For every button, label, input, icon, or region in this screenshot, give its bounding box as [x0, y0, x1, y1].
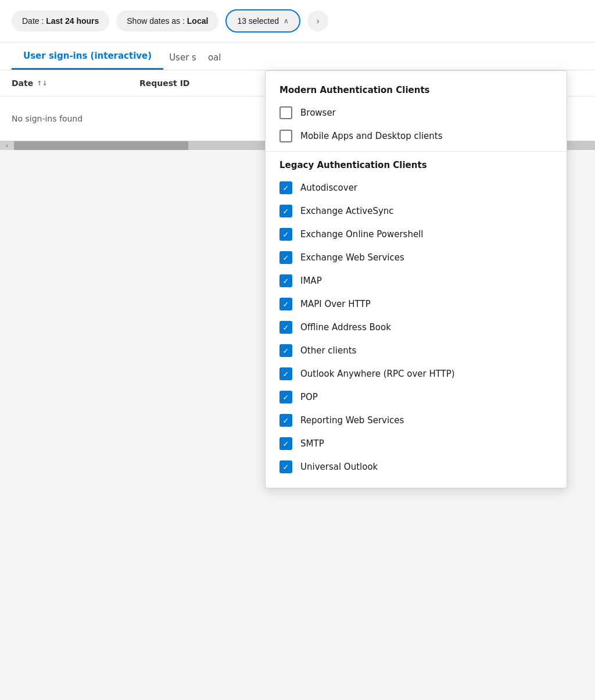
label-reporting-web-services: Reporting Web Services	[300, 415, 404, 426]
tab-interactive-label: User sign-ins (interactive)	[23, 51, 152, 61]
client-filter-dropdown: Modern Authentication Clients Browser Mo…	[265, 70, 567, 488]
dropdown-item-pop[interactable]: ✓ POP	[266, 385, 567, 409]
date-column-label: Date	[12, 78, 33, 88]
dropdown-item-outlook-anywhere[interactable]: ✓ Outlook Anywhere (RPC over HTTP)	[266, 362, 567, 385]
checkbox-universal-outlook[interactable]: ✓	[279, 460, 292, 473]
checkbox-mobile-apps[interactable]	[279, 130, 292, 142]
checkbox-browser[interactable]	[279, 106, 292, 119]
dropdown-item-smtp[interactable]: ✓ SMTP	[266, 432, 567, 455]
checkbox-offline-address-book[interactable]: ✓	[279, 321, 292, 334]
empty-state-message: No sign-ins found	[12, 114, 83, 123]
dropdown-item-exchange-activesync[interactable]: ✓ Exchange ActiveSync	[266, 199, 567, 223]
label-exchange-web-services: Exchange Web Services	[300, 252, 404, 263]
date-value: Last 24 hours	[46, 16, 99, 26]
dropdown-item-other-clients[interactable]: ✓ Other clients	[266, 339, 567, 362]
label-mobile-apps: Mobile Apps and Desktop clients	[300, 131, 443, 141]
dropdown-item-offline-address-book[interactable]: ✓ Offline Address Book	[266, 316, 567, 339]
label-offline-address-book: Offline Address Book	[300, 322, 391, 333]
checkbox-smtp[interactable]: ✓	[279, 437, 292, 450]
date-label: Date :	[22, 16, 46, 26]
tab-non-interactive[interactable]: User s	[163, 44, 202, 70]
checkbox-exchange-activesync[interactable]: ✓	[279, 205, 292, 217]
dropdown-item-universal-outlook[interactable]: ✓ Universal Outlook	[266, 455, 567, 478]
checkbox-mapi-over-http[interactable]: ✓	[279, 298, 292, 310]
tab-other-label: oal	[208, 52, 221, 63]
label-universal-outlook: Universal Outlook	[300, 462, 378, 472]
tab-other[interactable]: oal	[202, 44, 227, 70]
dropdown-item-exchange-web-services[interactable]: ✓ Exchange Web Services	[266, 246, 567, 269]
show-dates-pill[interactable]: Show dates as : Local	[116, 10, 218, 31]
checkbox-reporting-web-services[interactable]: ✓	[279, 414, 292, 427]
checkbox-outlook-anywhere[interactable]: ✓	[279, 367, 292, 380]
dropdown-item-autodiscover[interactable]: ✓ Autodiscover	[266, 176, 567, 199]
dropdown-item-browser[interactable]: Browser	[266, 101, 567, 124]
label-imap: IMAP	[300, 276, 322, 286]
tab-non-interactive-label: User s	[169, 52, 196, 63]
tab-bar: User sign-ins (interactive) User s oal	[0, 42, 595, 70]
dropdown-item-exchange-online-powershell[interactable]: ✓ Exchange Online Powershell	[266, 223, 567, 246]
request-id-column-label: Request ID	[139, 78, 190, 88]
label-other-clients: Other clients	[300, 345, 356, 356]
checkbox-imap[interactable]: ✓	[279, 274, 292, 287]
selected-count-pill[interactable]: 13 selected ∧	[225, 9, 300, 33]
label-pop: POP	[300, 392, 318, 402]
date-filter-pill[interactable]: Date : Last 24 hours	[12, 10, 109, 31]
selected-count-text: 13 selected	[237, 16, 279, 26]
show-dates-label: Show dates as :	[127, 16, 187, 26]
main-content: Date ↑↓ Request ID No sign-ins found ‹ M…	[0, 70, 595, 150]
arrow-right-button[interactable]: ›	[307, 10, 328, 31]
dropdown-item-imap[interactable]: ✓ IMAP	[266, 269, 567, 292]
label-smtp: SMTP	[300, 438, 324, 449]
checkbox-exchange-web-services[interactable]: ✓	[279, 251, 292, 264]
dropdown-item-reporting-web-services[interactable]: ✓ Reporting Web Services	[266, 409, 567, 432]
label-mapi-over-http: MAPI Over HTTP	[300, 299, 371, 309]
arrow-right-icon: ›	[317, 16, 320, 26]
label-browser: Browser	[300, 108, 336, 118]
dropdown-item-mobile-apps[interactable]: Mobile Apps and Desktop clients	[266, 124, 567, 148]
scroll-left-button[interactable]: ‹	[0, 141, 14, 150]
checkbox-exchange-online-powershell[interactable]: ✓	[279, 228, 292, 241]
sort-icon[interactable]: ↑↓	[37, 80, 47, 87]
scroll-thumb[interactable]	[14, 141, 188, 150]
checkbox-autodiscover[interactable]: ✓	[279, 181, 292, 194]
column-date: Date ↑↓	[12, 78, 139, 88]
show-dates-value: Local	[187, 16, 209, 26]
label-exchange-activesync: Exchange ActiveSync	[300, 206, 394, 216]
chevron-up-icon: ∧	[284, 17, 289, 25]
checkbox-other-clients[interactable]: ✓	[279, 344, 292, 357]
label-exchange-online-powershell: Exchange Online Powershell	[300, 229, 423, 240]
modern-auth-section-header: Modern Authentication Clients	[266, 80, 567, 101]
legacy-auth-section-header: Legacy Authentication Clients	[266, 155, 567, 176]
filter-bar: Date : Last 24 hours Show dates as : Loc…	[0, 0, 595, 42]
label-autodiscover: Autodiscover	[300, 183, 357, 193]
section-divider	[266, 151, 567, 152]
tab-interactive[interactable]: User sign-ins (interactive)	[12, 42, 163, 70]
checkbox-pop[interactable]: ✓	[279, 391, 292, 403]
label-outlook-anywhere: Outlook Anywhere (RPC over HTTP)	[300, 369, 455, 379]
dropdown-item-mapi-over-http[interactable]: ✓ MAPI Over HTTP	[266, 292, 567, 316]
